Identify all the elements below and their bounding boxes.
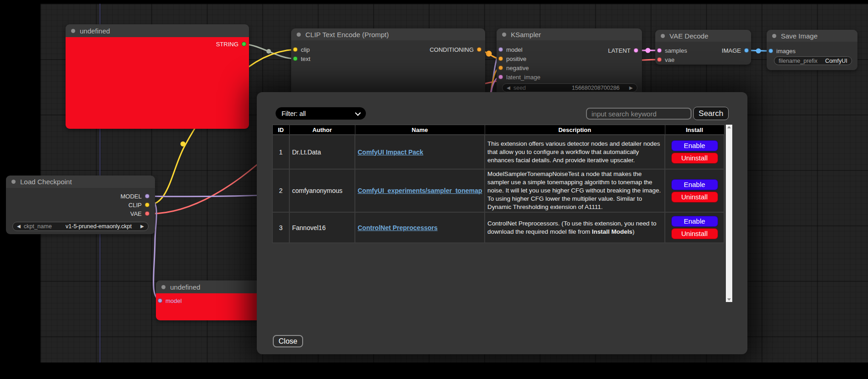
node-header[interactable]: Save Image (767, 30, 857, 42)
next-arrow-icon[interactable]: ▶ (140, 224, 144, 229)
output-port-latent[interactable]: LATENT (608, 47, 638, 54)
output-port-clip[interactable]: CLIP (128, 202, 149, 208)
extension-manager-dialog: Filter: all Search ID Author Name Descri… (257, 92, 747, 354)
scroll-down-icon[interactable] (727, 298, 731, 301)
input-port-vae[interactable]: vae (657, 56, 674, 63)
input-port-positive[interactable]: positive (498, 55, 526, 62)
node-header[interactable]: undefined (66, 24, 249, 37)
output-port-conditioning[interactable]: CONDITIONING (430, 46, 481, 53)
node-status-dot-icon (661, 34, 665, 38)
col-header-name: Name (355, 125, 485, 135)
port-dot-conditioning[interactable] (477, 47, 481, 52)
uninstall-button[interactable]: Uninstall (671, 228, 718, 239)
node-status-dot-icon (161, 285, 166, 289)
cell-author: Fannovel16 (289, 212, 355, 243)
input-port-model[interactable]: model (158, 297, 182, 304)
input-port-model[interactable]: model (498, 46, 522, 53)
port-dot-clip[interactable] (293, 47, 298, 52)
extension-link[interactable]: ComfyUI Impact Pack (358, 148, 423, 156)
port-dot-positive[interactable] (498, 56, 503, 61)
input-port-samples[interactable]: samples (657, 47, 687, 54)
col-header-id: ID (272, 125, 289, 135)
node-ksampler[interactable]: KSampler model positive negative latent_… (497, 28, 642, 92)
enable-button[interactable]: Enable (671, 179, 718, 190)
node-save-image[interactable]: Save Image images filename_prefix ComfyU… (767, 30, 857, 70)
wire-string-dot[interactable] (266, 49, 271, 54)
output-port-string[interactable]: STRING (216, 41, 246, 47)
seed-widget[interactable]: ◀ seed 156680208700286 ▶ (502, 83, 637, 92)
node-clip-text-encode[interactable]: CLIP Text Encode (Prompt) clip text COND… (291, 28, 485, 92)
node-body-error: STRING (66, 37, 249, 129)
node-header[interactable]: KSampler (497, 28, 642, 40)
wire-latent-dot[interactable] (646, 48, 651, 53)
node-status-dot-icon (772, 34, 776, 38)
prev-arrow-icon[interactable]: ◀ (17, 224, 21, 229)
port-dot-clip[interactable] (145, 203, 149, 207)
output-port-vae[interactable]: VAE (130, 210, 149, 217)
cell-description: ControlNet Preprocessors. (To use this e… (485, 212, 665, 243)
widget-name: seed (514, 85, 526, 91)
input-port-clip[interactable]: clip (293, 46, 310, 53)
extension-link[interactable]: ControlNet Preprocessors (358, 224, 437, 231)
wire-clip-dot[interactable] (181, 142, 186, 147)
input-port-text[interactable]: text (293, 55, 310, 62)
wire-conditioning-dot[interactable] (486, 51, 492, 57)
wire-image-dot[interactable] (756, 49, 761, 54)
close-button[interactable]: Close (273, 335, 303, 347)
cell-id: 2 (272, 169, 289, 212)
scroll-up-icon[interactable] (727, 126, 731, 128)
port-dot-text[interactable] (293, 56, 298, 61)
port-dot-latent[interactable] (634, 48, 638, 53)
port-dot-model[interactable] (145, 194, 149, 198)
decrement-arrow-icon[interactable]: ◀ (507, 86, 510, 90)
node-header[interactable]: CLIP Text Encode (Prompt) (291, 28, 485, 40)
node-status-dot-icon (11, 180, 16, 184)
port-dot-model[interactable] (158, 298, 162, 303)
port-dot-latent-image[interactable] (498, 75, 503, 79)
node-header[interactable]: Load Checkpoint (6, 176, 155, 188)
search-input[interactable] (586, 108, 691, 120)
node-undefined-top[interactable]: undefined STRING (66, 24, 249, 129)
cell-description: ModelSamplerTonemapNoiseTest a node that… (485, 169, 665, 212)
extension-link[interactable]: ComfyUI_experiments/sampler_tonemap (358, 187, 482, 194)
port-dot-samples[interactable] (657, 48, 662, 53)
port-dot-image[interactable] (744, 48, 749, 53)
search-button[interactable]: Search (693, 107, 729, 120)
input-port-negative[interactable]: negative (498, 65, 529, 71)
node-title: VAE Decode (669, 32, 708, 40)
output-port-model[interactable]: MODEL (121, 193, 149, 199)
node-title: Save Image (781, 32, 818, 40)
uninstall-button[interactable]: Uninstall (671, 153, 718, 164)
input-port-latent-image[interactable]: latent_image (498, 74, 540, 80)
output-port-image[interactable]: IMAGE (722, 47, 749, 54)
widget-name: filename_prefix (779, 58, 818, 64)
port-dot-vae[interactable] (145, 211, 149, 216)
ckpt-name-widget[interactable]: ◀ ckpt_name v1-5-pruned-emaonly.ckpt ▶ (12, 222, 149, 231)
enable-button[interactable]: Enable (671, 216, 718, 227)
node-status-dot-icon (71, 29, 75, 33)
comfyui-canvas[interactable]: undefined STRING CLIP Text Encode (Promp… (0, 0, 868, 379)
port-dot-negative[interactable] (498, 66, 503, 70)
widget-value: ComfyUI (825, 58, 847, 64)
port-dot-model[interactable] (498, 47, 503, 52)
port-dot-images[interactable] (768, 49, 773, 53)
node-header[interactable]: VAE Decode (655, 30, 751, 42)
table-row: 3 Fannovel16 ControlNet Preprocessors Co… (272, 212, 724, 243)
col-header-install: Install (665, 125, 724, 135)
table-header-row: ID Author Name Description Install (272, 125, 724, 135)
uninstall-button[interactable]: Uninstall (671, 192, 718, 203)
increment-arrow-icon[interactable]: ▶ (629, 86, 633, 90)
node-status-dot-icon (502, 33, 506, 37)
port-dot-string[interactable] (242, 42, 246, 46)
node-body: samples vae IMAGE (655, 42, 751, 65)
enable-button[interactable]: Enable (671, 140, 718, 151)
node-title: undefined (170, 283, 200, 291)
node-load-checkpoint[interactable]: Load Checkpoint MODEL CLIP VAE ◀ ckpt_na… (6, 176, 155, 234)
node-vae-decode[interactable]: VAE Decode samples vae IMAGE (655, 30, 751, 65)
table-scrollbar[interactable] (726, 125, 732, 302)
port-dot-vae[interactable] (657, 57, 662, 62)
node-body: MODEL CLIP VAE ◀ ckpt_name v1-5-pruned-e… (6, 188, 155, 234)
filter-select[interactable]: Filter: all (276, 107, 366, 120)
filename-prefix-widget[interactable]: filename_prefix ComfyUI (774, 56, 852, 65)
input-port-images[interactable]: images (768, 48, 796, 54)
